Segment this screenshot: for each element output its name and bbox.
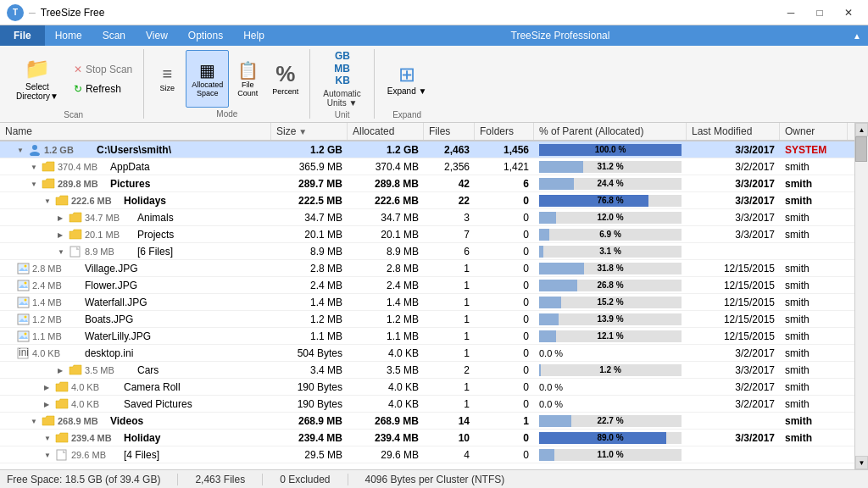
table-row[interactable]: 239.4 MBHoliday239.4 MB239.4 MB10089.0 %… <box>0 430 854 446</box>
expand-arrow[interactable] <box>44 383 53 391</box>
table-row[interactable]: 4.0 KBSaved Pictures190 Bytes4.0 KB100.0… <box>0 396 854 413</box>
table-row[interactable]: 20.1 MBProjects20.1 MB20.1 MB706.9 %3/3/… <box>0 226 854 243</box>
table-row[interactable]: 2.8 MBVillage.JPG2.8 MB2.8 MB1031.8 %12/… <box>0 260 854 277</box>
table-row[interactable]: 1.2 MBBoats.JPG1.2 MB1.2 MB1013.9 %12/15… <box>0 311 854 328</box>
table-row[interactable]: 34.7 MBAnimals34.7 MB34.7 MB3012.0 %3/3/… <box>0 209 854 226</box>
table-row[interactable]: ini4.0 KBdesktop.ini504 Bytes4.0 KB100.0… <box>0 345 854 362</box>
progress-label: 76.8 % <box>539 195 682 207</box>
expand-arrow[interactable] <box>58 230 66 239</box>
expand-arrow[interactable] <box>58 247 66 256</box>
table-row[interactable]: 222.6 MBHolidays222.5 MB222.6 MB22076.8 … <box>0 192 854 209</box>
scroll-track[interactable] <box>855 136 868 456</box>
files-count: 2,463 Files <box>195 474 245 485</box>
table-row[interactable]: 289.8 MBPictures289.7 MB289.8 MB42624.4 … <box>0 175 854 192</box>
file-icon <box>55 381 69 393</box>
size-cell: 2.4 MB <box>271 277 348 293</box>
col-modified[interactable]: Last Modified <box>687 123 780 140</box>
view-menu[interactable]: View <box>136 25 178 46</box>
expand-arrow[interactable] <box>31 163 39 171</box>
modified-cell: 3/3/2017 <box>687 141 780 158</box>
scroll-thumb[interactable] <box>855 136 867 162</box>
progress-label: 22.7 % <box>539 415 682 427</box>
size-mode-button[interactable]: ≡ Size <box>149 50 185 108</box>
size-prefix: 2.8 MB <box>32 263 79 274</box>
unit-group: GB MB KB AutomaticUnits ▼ Unit <box>310 49 374 119</box>
col-name[interactable]: Name <box>0 123 271 140</box>
expand-arrow[interactable] <box>31 417 39 425</box>
expand-arrow[interactable] <box>44 451 53 459</box>
table-row[interactable]: 370.4 MBAppData365.9 MB370.4 MB2,3561,42… <box>0 158 854 175</box>
percent-text: 0.0 % <box>539 348 563 358</box>
expand-arrow[interactable] <box>58 214 66 222</box>
scan-menu[interactable]: Scan <box>92 25 136 46</box>
treesize-pro-menu[interactable]: TreeSize Professional <box>501 30 620 42</box>
stop-scan-button[interactable]: ✕ Stop Scan <box>68 60 138 79</box>
allocated-cell: 1.1 MB <box>348 328 424 344</box>
folders-cell: 0 <box>475 243 534 259</box>
allocated-label: AllocatedSpace <box>192 80 223 97</box>
help-menu[interactable]: Help <box>233 25 275 46</box>
automatic-units-button[interactable]: GB MB KB AutomaticUnits ▼ <box>315 49 368 108</box>
minimize-button[interactable]: ─ <box>778 4 804 21</box>
scroll-up-button[interactable]: ▲ <box>855 123 868 136</box>
item-name: Flower.JPG <box>85 280 137 291</box>
modified-cell: 3/2/2017 <box>687 158 780 175</box>
table-row[interactable]: 1.4 MBWaterfall.JPG1.4 MB1.4 MB1015.2 %1… <box>0 294 854 311</box>
col-files[interactable]: Files <box>424 123 475 140</box>
select-directory-button[interactable]: 📁 SelectDirectory▼ <box>8 49 66 108</box>
close-button[interactable]: ✕ <box>836 4 861 21</box>
size-cell: 20.1 MB <box>271 226 348 242</box>
kb-label: KB <box>334 75 350 86</box>
expand-arrow[interactable] <box>44 400 53 408</box>
expand-button[interactable]: ⊞ Expand ▼ <box>380 49 435 108</box>
percent-cell: 15.2 % <box>534 294 687 310</box>
table-body: 1.2 GBC:\Users\smith\1.2 GB1.2 GB2,4631,… <box>0 141 854 469</box>
menu-bar: File Home Scan View Options Help TreeSiz… <box>0 25 868 46</box>
modified-cell: 3/3/2017 <box>687 175 780 191</box>
expand-arrow[interactable] <box>58 366 66 374</box>
folders-cell: 0 <box>475 362 534 378</box>
title-bar-title: TreeSize Free <box>41 7 105 19</box>
size-cell: 190 Bytes <box>271 379 348 395</box>
table-row[interactable]: 8.9 MB[6 Files]8.9 MB8.9 MB603.1 % <box>0 243 854 260</box>
col-folders[interactable]: Folders <box>475 123 534 140</box>
app-icon: T <box>7 4 24 21</box>
table-row[interactable]: 3.5 MBCars3.4 MB3.5 MB201.2 %3/3/2017smi… <box>0 362 854 379</box>
svg-point-6 <box>24 264 26 267</box>
size-prefix: 34.7 MB <box>85 213 131 223</box>
file-menu[interactable]: File <box>0 25 45 46</box>
percent-button[interactable]: % Percent <box>266 50 304 108</box>
table-row[interactable]: 4.0 KBCamera Roll190 Bytes4.0 KB100.0 %3… <box>0 379 854 396</box>
allocated-cell: 370.4 MB <box>348 158 424 175</box>
file-count-button[interactable]: 📋 FileCount <box>230 50 265 108</box>
expand-label: Expand ▼ <box>387 86 427 96</box>
home-menu[interactable]: Home <box>45 25 92 46</box>
table-row[interactable]: 2.4 MBFlower.JPG2.4 MB2.4 MB1026.8 %12/1… <box>0 277 854 294</box>
options-menu[interactable]: Options <box>178 25 233 46</box>
col-owner[interactable]: Owner <box>780 123 848 140</box>
owner-cell: smith <box>780 226 848 242</box>
mode-tools: ≡ Size ▦ AllocatedSpace 📋 FileCount % Pe… <box>149 49 304 108</box>
ribbon-arrow[interactable]: ▲ <box>846 31 868 41</box>
col-percent[interactable]: % of Parent (Allocated) <box>534 123 687 140</box>
allocated-cell: 3.5 MB <box>348 362 424 378</box>
folders-cell: 0 <box>475 396 534 412</box>
expand-arrow[interactable] <box>44 434 53 442</box>
expand-arrow[interactable] <box>31 180 39 188</box>
expand-arrow[interactable] <box>44 197 53 205</box>
table-row[interactable]: 1.1 MBWaterLilly.JPG1.1 MB1.1 MB1012.1 %… <box>0 328 854 345</box>
table-row[interactable]: 29.6 MB[4 Files]29.5 MB29.6 MB4011.0 % <box>0 446 854 463</box>
expand-arrow[interactable] <box>17 146 25 154</box>
percent-cell: 24.4 % <box>534 175 687 191</box>
col-size[interactable]: Size ▼ <box>271 123 348 140</box>
scroll-down-button[interactable]: ▼ <box>855 456 868 469</box>
table-row[interactable]: 1.2 GBC:\Users\smith\1.2 GB1.2 GB2,4631,… <box>0 141 854 158</box>
allocated-space-button[interactable]: ▦ AllocatedSpace <box>186 50 229 108</box>
maximize-button[interactable]: □ <box>807 4 832 21</box>
table-row[interactable]: 268.9 MBVideos268.9 MB268.9 MB14122.7 %s… <box>0 413 854 430</box>
owner-cell <box>780 243 848 259</box>
progress-label: 31.2 % <box>539 161 682 173</box>
svg-point-10 <box>24 281 26 284</box>
col-allocated[interactable]: Allocated <box>348 123 424 140</box>
refresh-button[interactable]: ↻ Refresh <box>68 80 138 98</box>
